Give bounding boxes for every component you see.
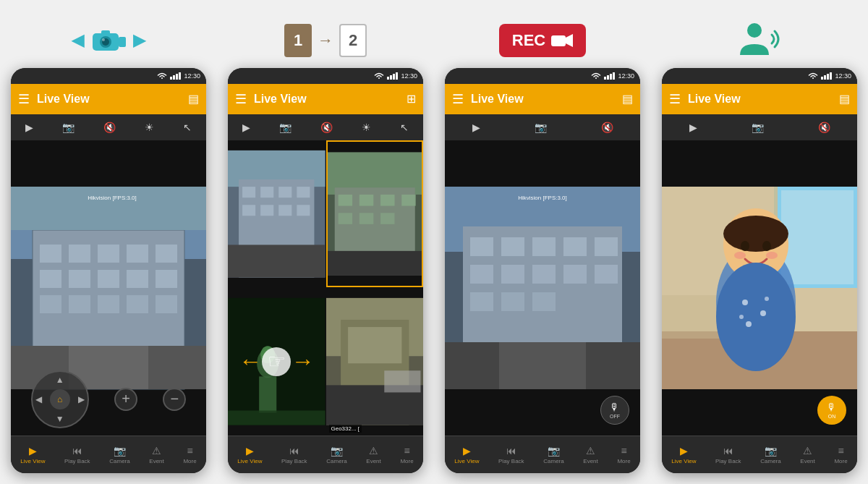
svg-rect-13 (40, 245, 61, 263)
svg-rect-17 (156, 245, 177, 263)
grid-feed-tr (328, 142, 422, 286)
svg-rect-48 (380, 194, 394, 205)
nav-event-2[interactable]: ⚠ Event (362, 442, 385, 467)
svg-rect-51 (359, 213, 373, 224)
nav-camera-3[interactable]: 📷 Camera (539, 442, 568, 467)
nav-more-2[interactable]: ≡ More (396, 442, 417, 467)
toolbar-camera-1[interactable]: 📷 (56, 119, 80, 136)
pan-left-arrow: ◀ (72, 31, 84, 50)
toolbar-brightness-1[interactable]: ☀ (139, 119, 160, 136)
nav-event-4[interactable]: ⚠ Event (796, 442, 819, 467)
grid-cell-tr[interactable] (326, 140, 424, 288)
hamburger-menu-3[interactable]: ☰ (452, 91, 464, 107)
ptz-zoom-in[interactable]: + (114, 388, 137, 411)
nav-liveview-2[interactable]: ▶ Live View (233, 442, 266, 467)
nav-liveview-1[interactable]: ▶ Live View (16, 442, 49, 467)
toolbar-brightness-2[interactable]: ☀ (356, 119, 377, 136)
toolbar-camera-4[interactable]: 📷 (746, 119, 770, 136)
mic-on-button[interactable]: 🎙 ON (817, 396, 846, 425)
rec-text: REC (512, 31, 545, 50)
svg-point-94 (762, 241, 771, 251)
toolbar-mute-1[interactable]: 🔇 (98, 119, 122, 136)
toolbar-video-2[interactable]: ▶ (237, 119, 256, 136)
grid-cell-br[interactable]: Geo332... [ (326, 288, 424, 436)
toolbar-camera-3[interactable]: 📷 (529, 119, 553, 136)
ptz-circle[interactable]: ▲ ▼ ◀ ▶ ⌂ (31, 370, 89, 428)
bottom-nav-4: ▶ Live View ⏮ Play Back 📷 Camera ⚠ Event… (662, 436, 857, 473)
toolbar-pointer-2[interactable]: ↖ (394, 119, 414, 136)
nav-camera-label-1: Camera (109, 458, 129, 464)
ptz-left[interactable]: ◀ (35, 394, 42, 404)
layout-icon-3[interactable]: ▤ (622, 92, 633, 106)
grid-feed-tl (228, 140, 326, 288)
svg-rect-22 (156, 270, 177, 288)
ptz-up[interactable]: ▲ (56, 375, 64, 385)
nav-liveview-3[interactable]: ▶ Live View (450, 442, 483, 467)
svg-rect-36 (278, 187, 292, 198)
layout-icon-1[interactable]: ▤ (188, 92, 199, 106)
layout-icon-4[interactable]: ▤ (839, 92, 850, 106)
toolbar-video-3[interactable]: ▶ (467, 119, 486, 136)
hamburger-menu-2[interactable]: ☰ (235, 91, 247, 107)
grid-cell-tl[interactable] (228, 140, 326, 288)
ptz-down[interactable]: ▼ (56, 414, 64, 424)
nav-event-icon-3: ⚠ (586, 445, 595, 457)
camera-feed-4: 🎙 ON (662, 140, 857, 436)
toolbar-video-1[interactable]: ▶ (20, 119, 39, 136)
camera-icon (87, 26, 130, 55)
hamburger-menu-1[interactable]: ☰ (18, 91, 30, 107)
swipe-left-arrow: ← (239, 348, 262, 375)
nav-camera-2[interactable]: 📷 Camera (322, 442, 351, 467)
nav-camera-4[interactable]: 📷 Camera (756, 442, 785, 467)
toolbar-mute-3[interactable]: 🔇 (595, 119, 619, 136)
bottom-nav-2: ▶ Live View ⏮ Play Back 📷 Camera ⚠ Event… (228, 436, 423, 473)
nav-playback-4[interactable]: ⏮ Play Back (711, 442, 746, 467)
nav-playback-3[interactable]: ⏮ Play Back (494, 442, 529, 467)
nav-more-4[interactable]: ≡ More (830, 442, 851, 467)
svg-point-8 (747, 23, 762, 38)
nav-event-1[interactable]: ⚠ Event (145, 442, 168, 467)
nav-more-3[interactable]: ≡ More (613, 442, 634, 467)
svg-point-5 (102, 38, 105, 41)
nav-event-3[interactable]: ⚠ Event (579, 442, 602, 467)
nav-camera-label-3: Camera (543, 458, 563, 464)
ptz-right[interactable]: ▶ (78, 394, 85, 404)
toolbar-mute-2[interactable]: 🔇 (315, 119, 339, 136)
nav-playback-2[interactable]: ⏮ Play Back (277, 442, 312, 467)
svg-point-100 (746, 321, 752, 327)
nav-liveview-4[interactable]: ▶ Live View (667, 442, 700, 467)
num-box-2: 2 (339, 24, 367, 57)
ptz-home[interactable]: ⌂ (50, 389, 70, 409)
nav-camera-1[interactable]: 📷 Camera (105, 442, 134, 467)
top-title-4: Live View (688, 93, 839, 106)
ptz-zoom-out[interactable]: − (163, 388, 186, 411)
svg-rect-47 (359, 194, 373, 205)
swipe-overlay: ← ☞ → (228, 288, 326, 436)
svg-rect-15 (98, 245, 119, 263)
layout-icon-2[interactable]: ⊞ (407, 92, 416, 106)
toolbar-mute-4[interactable]: 🔇 (812, 119, 836, 136)
num-switch-icon-area: 1 → 2 (224, 19, 427, 62)
svg-rect-74 (470, 265, 493, 284)
svg-point-92 (723, 216, 788, 252)
grid-cell-bl[interactable]: ← ☞ → (228, 288, 326, 436)
toolbar-video-4[interactable]: ▶ (684, 119, 703, 136)
svg-rect-34 (242, 187, 255, 198)
mic-off-label: OFF (610, 414, 620, 419)
svg-point-102 (739, 315, 744, 319)
svg-rect-37 (297, 187, 310, 198)
mic-off-button[interactable]: 🎙 OFF (600, 396, 629, 425)
hamburger-menu-4[interactable]: ☰ (669, 91, 681, 107)
toolbar-camera-2[interactable]: 📷 (273, 119, 297, 136)
nav-playback-1[interactable]: ⏮ Play Back (60, 442, 95, 467)
svg-rect-53 (328, 250, 422, 275)
rec-badge: REC (499, 24, 586, 57)
girl-feed (662, 140, 857, 436)
nav-more-1[interactable]: ≡ More (179, 442, 200, 467)
top-title-2: Live View (254, 93, 407, 106)
svg-rect-42 (228, 245, 326, 277)
toolbar-pointer-1[interactable]: ↖ (177, 119, 197, 136)
mic-on-label: ON (828, 414, 836, 419)
svg-rect-86 (781, 190, 854, 284)
nav-camera-icon-1: 📷 (114, 445, 126, 457)
